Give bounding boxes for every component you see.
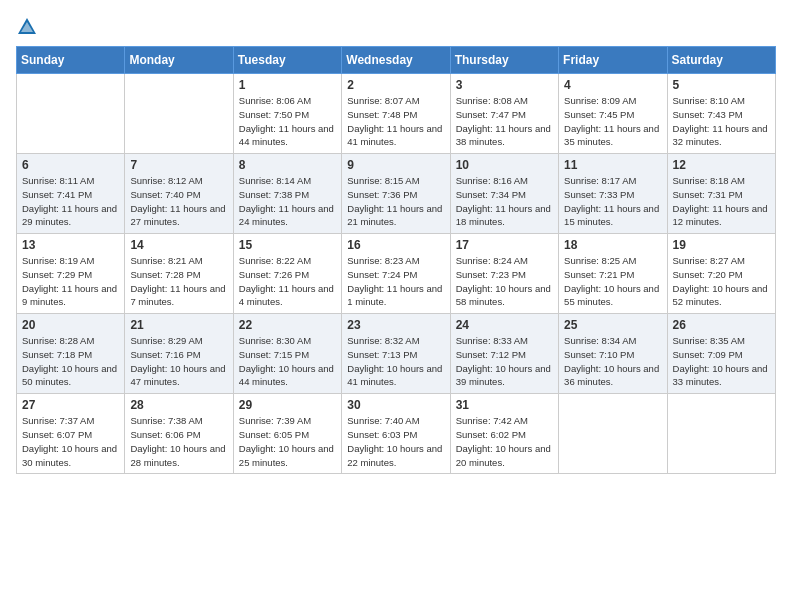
calendar-day-cell: 9Sunrise: 8:15 AM Sunset: 7:36 PM Daylig… xyxy=(342,154,450,234)
day-number: 4 xyxy=(564,78,661,92)
day-info: Sunrise: 8:27 AM Sunset: 7:20 PM Dayligh… xyxy=(673,254,770,309)
day-info: Sunrise: 8:35 AM Sunset: 7:09 PM Dayligh… xyxy=(673,334,770,389)
day-number: 21 xyxy=(130,318,227,332)
day-info: Sunrise: 8:30 AM Sunset: 7:15 PM Dayligh… xyxy=(239,334,336,389)
calendar-week-row: 6Sunrise: 8:11 AM Sunset: 7:41 PM Daylig… xyxy=(17,154,776,234)
calendar-day-cell: 25Sunrise: 8:34 AM Sunset: 7:10 PM Dayli… xyxy=(559,314,667,394)
calendar-day-cell: 11Sunrise: 8:17 AM Sunset: 7:33 PM Dayli… xyxy=(559,154,667,234)
day-number: 12 xyxy=(673,158,770,172)
calendar-day-cell: 18Sunrise: 8:25 AM Sunset: 7:21 PM Dayli… xyxy=(559,234,667,314)
day-number: 3 xyxy=(456,78,553,92)
calendar-day-cell: 12Sunrise: 8:18 AM Sunset: 7:31 PM Dayli… xyxy=(667,154,775,234)
day-number: 31 xyxy=(456,398,553,412)
day-info: Sunrise: 7:39 AM Sunset: 6:05 PM Dayligh… xyxy=(239,414,336,469)
calendar-day-cell: 3Sunrise: 8:08 AM Sunset: 7:47 PM Daylig… xyxy=(450,74,558,154)
day-number: 15 xyxy=(239,238,336,252)
day-info: Sunrise: 8:34 AM Sunset: 7:10 PM Dayligh… xyxy=(564,334,661,389)
day-number: 20 xyxy=(22,318,119,332)
calendar-day-cell: 1Sunrise: 8:06 AM Sunset: 7:50 PM Daylig… xyxy=(233,74,341,154)
calendar-day-cell: 28Sunrise: 7:38 AM Sunset: 6:06 PM Dayli… xyxy=(125,394,233,474)
calendar-table: SundayMondayTuesdayWednesdayThursdayFrid… xyxy=(16,46,776,474)
day-info: Sunrise: 8:21 AM Sunset: 7:28 PM Dayligh… xyxy=(130,254,227,309)
calendar-day-cell xyxy=(125,74,233,154)
day-info: Sunrise: 8:22 AM Sunset: 7:26 PM Dayligh… xyxy=(239,254,336,309)
day-info: Sunrise: 8:15 AM Sunset: 7:36 PM Dayligh… xyxy=(347,174,444,229)
day-info: Sunrise: 8:25 AM Sunset: 7:21 PM Dayligh… xyxy=(564,254,661,309)
day-number: 9 xyxy=(347,158,444,172)
calendar-day-cell: 13Sunrise: 8:19 AM Sunset: 7:29 PM Dayli… xyxy=(17,234,125,314)
day-info: Sunrise: 8:23 AM Sunset: 7:24 PM Dayligh… xyxy=(347,254,444,309)
day-info: Sunrise: 7:38 AM Sunset: 6:06 PM Dayligh… xyxy=(130,414,227,469)
day-info: Sunrise: 8:32 AM Sunset: 7:13 PM Dayligh… xyxy=(347,334,444,389)
header xyxy=(16,16,776,38)
calendar-day-cell: 7Sunrise: 8:12 AM Sunset: 7:40 PM Daylig… xyxy=(125,154,233,234)
calendar-day-cell: 6Sunrise: 8:11 AM Sunset: 7:41 PM Daylig… xyxy=(17,154,125,234)
calendar-day-cell: 31Sunrise: 7:42 AM Sunset: 6:02 PM Dayli… xyxy=(450,394,558,474)
day-number: 11 xyxy=(564,158,661,172)
day-number: 24 xyxy=(456,318,553,332)
day-number: 5 xyxy=(673,78,770,92)
day-number: 17 xyxy=(456,238,553,252)
day-number: 7 xyxy=(130,158,227,172)
calendar-header-cell: Monday xyxy=(125,47,233,74)
day-number: 13 xyxy=(22,238,119,252)
calendar-week-row: 1Sunrise: 8:06 AM Sunset: 7:50 PM Daylig… xyxy=(17,74,776,154)
calendar-day-cell: 14Sunrise: 8:21 AM Sunset: 7:28 PM Dayli… xyxy=(125,234,233,314)
day-info: Sunrise: 8:11 AM Sunset: 7:41 PM Dayligh… xyxy=(22,174,119,229)
day-info: Sunrise: 8:19 AM Sunset: 7:29 PM Dayligh… xyxy=(22,254,119,309)
day-number: 10 xyxy=(456,158,553,172)
day-number: 30 xyxy=(347,398,444,412)
calendar-day-cell: 15Sunrise: 8:22 AM Sunset: 7:26 PM Dayli… xyxy=(233,234,341,314)
calendar-day-cell: 21Sunrise: 8:29 AM Sunset: 7:16 PM Dayli… xyxy=(125,314,233,394)
calendar-day-cell: 2Sunrise: 8:07 AM Sunset: 7:48 PM Daylig… xyxy=(342,74,450,154)
calendar-day-cell xyxy=(559,394,667,474)
calendar-header-cell: Friday xyxy=(559,47,667,74)
calendar-day-cell: 5Sunrise: 8:10 AM Sunset: 7:43 PM Daylig… xyxy=(667,74,775,154)
day-info: Sunrise: 7:42 AM Sunset: 6:02 PM Dayligh… xyxy=(456,414,553,469)
day-number: 27 xyxy=(22,398,119,412)
day-number: 19 xyxy=(673,238,770,252)
calendar-day-cell: 27Sunrise: 7:37 AM Sunset: 6:07 PM Dayli… xyxy=(17,394,125,474)
logo xyxy=(16,16,42,38)
day-number: 25 xyxy=(564,318,661,332)
day-number: 6 xyxy=(22,158,119,172)
day-info: Sunrise: 8:09 AM Sunset: 7:45 PM Dayligh… xyxy=(564,94,661,149)
calendar-day-cell xyxy=(17,74,125,154)
calendar-week-row: 27Sunrise: 7:37 AM Sunset: 6:07 PM Dayli… xyxy=(17,394,776,474)
day-number: 28 xyxy=(130,398,227,412)
day-info: Sunrise: 8:24 AM Sunset: 7:23 PM Dayligh… xyxy=(456,254,553,309)
calendar-day-cell: 30Sunrise: 7:40 AM Sunset: 6:03 PM Dayli… xyxy=(342,394,450,474)
day-number: 23 xyxy=(347,318,444,332)
calendar-day-cell xyxy=(667,394,775,474)
day-info: Sunrise: 8:33 AM Sunset: 7:12 PM Dayligh… xyxy=(456,334,553,389)
day-number: 1 xyxy=(239,78,336,92)
calendar-header-row: SundayMondayTuesdayWednesdayThursdayFrid… xyxy=(17,47,776,74)
day-info: Sunrise: 8:10 AM Sunset: 7:43 PM Dayligh… xyxy=(673,94,770,149)
calendar-day-cell: 26Sunrise: 8:35 AM Sunset: 7:09 PM Dayli… xyxy=(667,314,775,394)
day-number: 16 xyxy=(347,238,444,252)
day-number: 18 xyxy=(564,238,661,252)
calendar-day-cell: 17Sunrise: 8:24 AM Sunset: 7:23 PM Dayli… xyxy=(450,234,558,314)
day-info: Sunrise: 8:07 AM Sunset: 7:48 PM Dayligh… xyxy=(347,94,444,149)
day-number: 14 xyxy=(130,238,227,252)
calendar-day-cell: 29Sunrise: 7:39 AM Sunset: 6:05 PM Dayli… xyxy=(233,394,341,474)
calendar-header-cell: Thursday xyxy=(450,47,558,74)
calendar-header-cell: Sunday xyxy=(17,47,125,74)
calendar-body: 1Sunrise: 8:06 AM Sunset: 7:50 PM Daylig… xyxy=(17,74,776,474)
day-info: Sunrise: 8:12 AM Sunset: 7:40 PM Dayligh… xyxy=(130,174,227,229)
calendar-day-cell: 20Sunrise: 8:28 AM Sunset: 7:18 PM Dayli… xyxy=(17,314,125,394)
day-info: Sunrise: 7:37 AM Sunset: 6:07 PM Dayligh… xyxy=(22,414,119,469)
calendar-day-cell: 23Sunrise: 8:32 AM Sunset: 7:13 PM Dayli… xyxy=(342,314,450,394)
day-info: Sunrise: 8:08 AM Sunset: 7:47 PM Dayligh… xyxy=(456,94,553,149)
day-number: 26 xyxy=(673,318,770,332)
day-info: Sunrise: 8:06 AM Sunset: 7:50 PM Dayligh… xyxy=(239,94,336,149)
calendar-day-cell: 22Sunrise: 8:30 AM Sunset: 7:15 PM Dayli… xyxy=(233,314,341,394)
calendar-day-cell: 16Sunrise: 8:23 AM Sunset: 7:24 PM Dayli… xyxy=(342,234,450,314)
calendar-day-cell: 8Sunrise: 8:14 AM Sunset: 7:38 PM Daylig… xyxy=(233,154,341,234)
calendar-header-cell: Saturday xyxy=(667,47,775,74)
day-number: 29 xyxy=(239,398,336,412)
day-number: 8 xyxy=(239,158,336,172)
calendar-week-row: 13Sunrise: 8:19 AM Sunset: 7:29 PM Dayli… xyxy=(17,234,776,314)
day-info: Sunrise: 8:28 AM Sunset: 7:18 PM Dayligh… xyxy=(22,334,119,389)
calendar-day-cell: 24Sunrise: 8:33 AM Sunset: 7:12 PM Dayli… xyxy=(450,314,558,394)
